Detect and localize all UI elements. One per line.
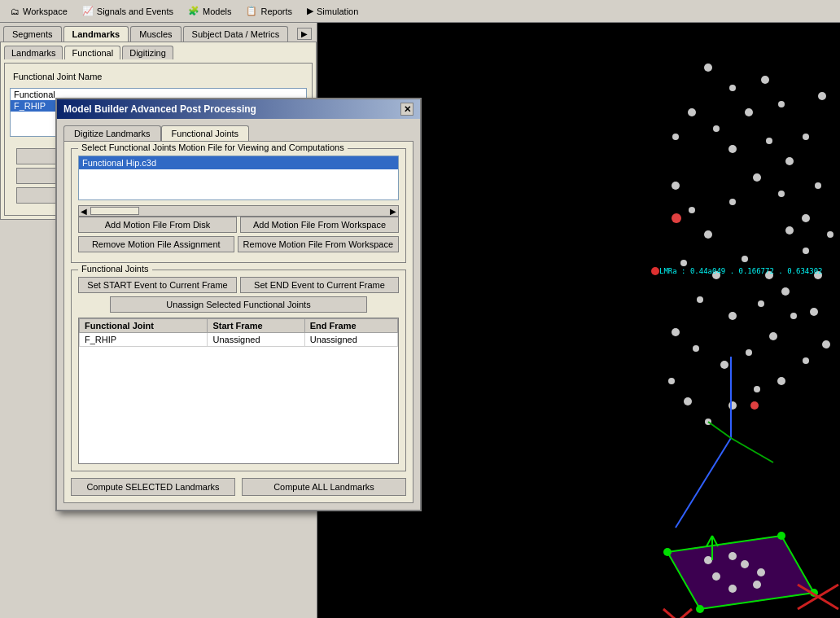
svg-point-45	[754, 386, 760, 392]
svg-point-12	[803, 134, 809, 140]
svg-point-30	[781, 287, 790, 296]
svg-point-48	[822, 340, 830, 348]
cell-joint-name: F_RHIP	[80, 333, 208, 347]
coord-label: LMRa : 0.44a049 . 0.166772 . 0.634302	[659, 267, 822, 275]
svg-point-33	[827, 231, 833, 238]
svg-point-11	[785, 157, 794, 165]
bottom-button-row: Compute SELECTED Landmarks Compute ALL L…	[71, 478, 406, 496]
svg-point-61	[777, 532, 785, 540]
svg-point-35	[693, 345, 699, 352]
svg-point-8	[672, 134, 679, 140]
cell-end-frame: Unassigned	[304, 333, 397, 347]
dialog-model-builder[interactable]: Model Builder Advanced Post Processing ✕…	[55, 98, 422, 511]
set-end-button[interactable]: Set END Event to Current Frame	[240, 277, 399, 293]
sub-tab-landmarks[interactable]: Landmarks	[4, 46, 63, 59]
svg-point-27	[697, 296, 703, 303]
menu-workspace[interactable]: 🗂 Workspace	[3, 4, 75, 19]
remove-workspace-button[interactable]: Remove Motion File From Workspace	[238, 236, 399, 252]
dialog-tab-functional-joints[interactable]: Functional Joints	[161, 125, 250, 141]
svg-point-13	[818, 92, 826, 100]
add-motion-disk-button[interactable]: Add Motion File From Disk	[78, 217, 237, 233]
motion-btn-row-1: Add Motion File From Disk Add Motion Fil…	[78, 217, 399, 233]
scroll-left-arrow[interactable]: ◀	[79, 207, 89, 216]
unassign-row: Unassign Selected Functional Joints	[78, 296, 399, 313]
col-end-frame: End Frame	[304, 319, 397, 333]
scroll-right-arrow[interactable]: ▶	[388, 207, 398, 216]
dialog-title: Model Builder Advanced Post Processing	[63, 103, 256, 115]
svg-point-28	[728, 312, 737, 320]
scroll-thumb[interactable]	[90, 207, 139, 215]
svg-point-31	[803, 248, 809, 254]
svg-point-41	[668, 378, 675, 384]
dialog-functional-joints-content: Select Functional Joints Motion File for…	[63, 141, 413, 503]
motion-file-list[interactable]: Functional Hip.c3d	[78, 156, 399, 200]
reports-icon: 📋	[246, 6, 257, 16]
add-motion-workspace-button[interactable]: Add Motion File From Workspace	[240, 217, 399, 233]
svg-point-25	[742, 256, 748, 262]
motion-group-label: Select Functional Joints Motion File for…	[78, 142, 348, 152]
svg-point-36	[720, 361, 728, 369]
svg-point-39	[790, 313, 797, 319]
unassign-button[interactable]: Unassign Selected Functional Joints	[110, 296, 366, 313]
compute-all-button[interactable]: Compute ALL Landmarks	[242, 478, 406, 496]
col-functional-joint: Functional Joint	[80, 319, 208, 333]
compute-selected-button[interactable]: Compute SELECTED Landmarks	[71, 478, 235, 496]
svg-point-46	[777, 377, 785, 385]
sub-tab-digitizing[interactable]: Digitizing	[122, 46, 173, 59]
sub-tab-functional[interactable]: Functional	[64, 46, 120, 59]
tab-segments[interactable]: Segments	[3, 26, 62, 42]
dialog-tab-bar: Digitize Landmarks Functional Joints	[63, 125, 413, 141]
svg-point-40	[810, 308, 818, 316]
table-row[interactable]: F_RHIP Unassigned Unassigned	[80, 333, 398, 347]
functional-joints-group: Functional Joints Set START Event to Cur…	[71, 270, 406, 471]
svg-point-66	[712, 572, 720, 581]
svg-point-29	[758, 300, 764, 307]
cell-start-frame: Unassigned	[208, 333, 304, 347]
svg-point-18	[753, 173, 761, 182]
menu-simulation[interactable]: ▶ Simulation	[300, 3, 365, 19]
svg-point-4	[778, 101, 785, 107]
dialog-close-button[interactable]: ✕	[400, 103, 413, 116]
joint-table: Functional Joint Start Frame End Frame F…	[79, 318, 398, 347]
menu-reports[interactable]: 📋 Reports	[238, 3, 300, 19]
tab-subject-data[interactable]: Subject Data / Metrics	[183, 26, 289, 42]
svg-point-60	[663, 548, 672, 556]
main-tab-bar: Segments Landmarks Muscles Subject Data …	[0, 23, 317, 42]
set-start-button[interactable]: Set START Event to Current Frame	[78, 277, 237, 293]
menu-models[interactable]: 🧩 Models	[181, 3, 238, 19]
motion-file-group: Select Functional Joints Motion File for…	[71, 148, 406, 263]
col-start-frame: Start Frame	[208, 319, 304, 333]
svg-point-20	[802, 214, 810, 222]
svg-point-49	[672, 213, 681, 223]
svg-point-10	[766, 138, 772, 144]
svg-point-5	[745, 108, 753, 116]
svg-point-67	[741, 560, 749, 568]
motion-list-scrollbar[interactable]: ◀ ▶	[78, 205, 399, 217]
tab-muscles[interactable]: Muscles	[130, 26, 181, 42]
remove-assignment-button[interactable]: Remove Motion File Assignment	[78, 236, 234, 252]
dialog-titlebar[interactable]: Model Builder Advanced Post Processing ✕	[57, 99, 420, 119]
svg-point-16	[704, 230, 712, 239]
models-icon: 🧩	[188, 6, 199, 16]
svg-point-47	[803, 357, 809, 364]
motion-file-item-0[interactable]: Functional Hip.c3d	[79, 156, 398, 169]
dialog-tab-digitize[interactable]: Digitize Landmarks	[63, 125, 161, 141]
workspace-icon: 🗂	[11, 7, 20, 16]
svg-point-63	[696, 605, 704, 613]
svg-point-34	[672, 328, 680, 336]
svg-point-23	[680, 260, 687, 266]
menu-bar: 🗂 Workspace 📈 Signals and Events 🧩 Model…	[0, 0, 840, 23]
menu-signals[interactable]: 📈 Signals and Events	[75, 3, 181, 19]
form-label-functional-joint: Functional Joint Name	[13, 72, 102, 81]
svg-point-6	[713, 125, 720, 132]
svg-point-68	[757, 568, 765, 576]
svg-point-15	[689, 207, 695, 213]
svg-point-9	[728, 145, 737, 153]
joint-table-wrapper: Functional Joint Start Frame End Frame F…	[78, 318, 399, 464]
svg-point-2	[729, 85, 736, 91]
svg-point-64	[704, 556, 712, 564]
simulation-icon: ▶	[307, 6, 313, 16]
scroll-right-button[interactable]: ▶	[297, 28, 312, 40]
tab-landmarks[interactable]: Landmarks	[63, 26, 129, 42]
frame-event-row: Set START Event to Current Frame Set END…	[78, 277, 399, 293]
